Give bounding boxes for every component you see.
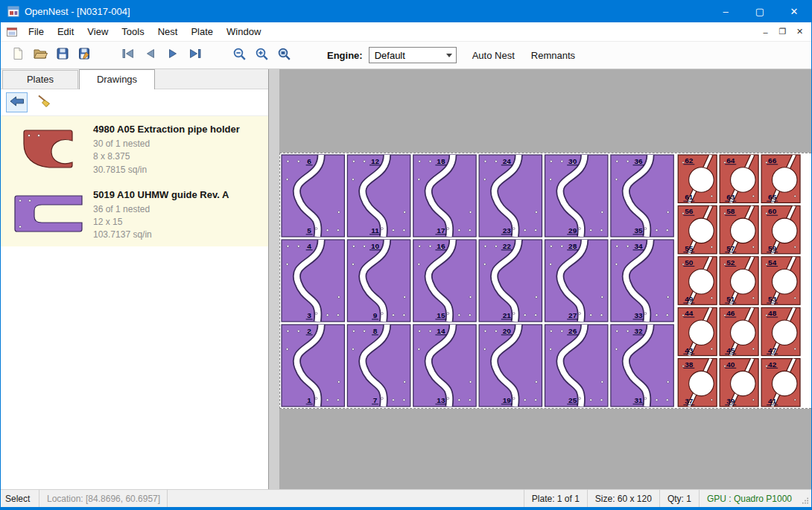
window-controls: – ▢ ✕ <box>708 0 811 22</box>
nest-cell-purple[interactable]: 109 <box>347 240 410 322</box>
list-item[interactable]: 5019 A10 UHMW guide Rev. A 36 of 1 neste… <box>1 182 268 247</box>
first-plate-button[interactable] <box>117 44 139 66</box>
canvas-margin <box>269 69 279 489</box>
zoom-fit-button[interactable] <box>273 44 296 66</box>
nest-cell-purple[interactable]: 1413 <box>413 325 476 407</box>
nest-cell-red[interactable]: 3837 <box>678 359 717 407</box>
menu-file[interactable]: File <box>22 23 51 40</box>
svg-text:23: 23 <box>503 226 512 235</box>
drawing-area: 103.7137 sq/in <box>93 229 229 241</box>
nest-cell-purple[interactable]: 2625 <box>545 325 608 407</box>
svg-text:31: 31 <box>634 396 643 404</box>
nest-cell-red[interactable]: 6261 <box>678 155 717 203</box>
next-plate-button[interactable] <box>162 44 184 66</box>
nest-plate-svg[interactable]: 6512111817242330293635431091615222128273… <box>280 153 811 408</box>
save-button[interactable] <box>51 44 74 66</box>
nest-cell-red[interactable]: 4443 <box>678 307 717 355</box>
status-gpu: GPU : Quadro P1000 <box>699 490 799 507</box>
nest-cell-purple[interactable]: 3029 <box>545 155 608 237</box>
menu-edit[interactable]: Edit <box>51 23 80 40</box>
svg-text:13: 13 <box>437 396 445 404</box>
nest-cell-red[interactable]: 6463 <box>720 155 758 203</box>
tab-drawings[interactable]: Drawings <box>79 69 155 89</box>
close-button[interactable]: ✕ <box>777 0 811 22</box>
nest-cell-purple[interactable]: 65 <box>282 155 344 237</box>
nest-cell-red[interactable]: 4645 <box>720 307 758 355</box>
svg-text:51: 51 <box>726 295 735 303</box>
svg-text:59: 59 <box>768 244 777 252</box>
zoom-out-button[interactable] <box>229 44 251 66</box>
nest-cell-purple[interactable]: 2827 <box>545 240 608 322</box>
send-to-nest-button[interactable] <box>6 92 28 112</box>
nest-cell-purple[interactable]: 1615 <box>413 240 476 322</box>
nest-cell-red[interactable]: 6059 <box>761 205 800 253</box>
nest-cell-red[interactable]: 5049 <box>678 257 717 305</box>
svg-text:65: 65 <box>768 193 777 201</box>
zoom-out-icon <box>232 47 247 64</box>
remnants-button[interactable]: Remnants <box>523 50 583 61</box>
nest-cell-purple[interactable]: 3433 <box>611 240 673 322</box>
menu-window[interactable]: Window <box>220 23 267 40</box>
svg-text:60: 60 <box>768 207 777 215</box>
chevron-down-icon[interactable] <box>443 48 456 63</box>
nest-cell-red[interactable]: 6665 <box>761 155 800 203</box>
drawing-thumbnail <box>2 187 93 242</box>
svg-text:64: 64 <box>726 156 735 165</box>
nest-cell-red[interactable]: 5453 <box>761 257 800 305</box>
nest-cell-purple[interactable]: 1817 <box>413 155 476 237</box>
side-panel: Plates Drawings <box>1 69 269 489</box>
last-plate-button[interactable] <box>184 44 206 66</box>
nest-cell-red[interactable]: 4847 <box>761 307 800 355</box>
previous-plate-button[interactable] <box>139 44 162 66</box>
document-icon <box>7 28 17 36</box>
list-item[interactable]: 4980 A05 Extraction pipe holder 30 of 1 … <box>1 116 268 182</box>
engine-dropdown[interactable]: Default <box>369 47 457 63</box>
nest-plate[interactable]: 6512111817242330293635431091615222128273… <box>279 153 811 409</box>
svg-text:32: 32 <box>634 327 643 335</box>
svg-text:52: 52 <box>726 258 735 267</box>
mdi-window-controls: – ❐ ✕ <box>757 27 811 36</box>
menu-plate[interactable]: Plate <box>184 23 220 40</box>
svg-text:14: 14 <box>437 327 445 335</box>
menu-tools[interactable]: Tools <box>115 23 150 40</box>
nest-cell-purple[interactable]: 43 <box>282 240 344 322</box>
resize-grip[interactable] <box>799 490 811 507</box>
open-button[interactable] <box>29 44 51 66</box>
svg-text:11: 11 <box>371 226 379 235</box>
minimize-button[interactable]: – <box>708 0 743 22</box>
zoom-in-button[interactable] <box>251 44 273 66</box>
nest-cell-purple[interactable]: 2423 <box>479 155 542 237</box>
purple-part-icon <box>9 192 86 235</box>
nest-cell-purple[interactable]: 87 <box>347 325 410 407</box>
nest-cell-red[interactable]: 5655 <box>678 205 717 253</box>
save-as-button[interactable] <box>74 44 96 66</box>
nest-cell-purple[interactable]: 1211 <box>347 155 410 237</box>
app-window: OpenNest - [N0317-004] – ▢ ✕ File Edit V… <box>0 0 812 510</box>
mdi-restore-button[interactable]: ❐ <box>774 27 791 36</box>
tab-plates[interactable]: Plates <box>2 70 78 89</box>
nest-cell-purple[interactable]: 3635 <box>611 155 673 237</box>
svg-text:17: 17 <box>437 226 445 235</box>
mdi-close-button[interactable]: ✕ <box>791 27 808 36</box>
nest-canvas[interactable]: 6512111817242330293635431091615222128273… <box>269 69 811 489</box>
nest-cell-purple[interactable]: 2019 <box>479 325 542 407</box>
svg-text:21: 21 <box>503 311 512 319</box>
nest-cell-red[interactable]: 4241 <box>761 359 800 407</box>
zoom-fit-icon <box>277 47 292 64</box>
menu-view[interactable]: View <box>80 23 115 40</box>
maximize-button[interactable]: ▢ <box>743 0 777 22</box>
engine-value: Default <box>375 50 405 61</box>
broom-icon <box>37 95 51 111</box>
nest-cell-purple[interactable]: 3231 <box>611 325 673 407</box>
nest-cell-red[interactable]: 4039 <box>720 359 758 407</box>
clear-button[interactable] <box>33 92 54 112</box>
mdi-minimize-button[interactable]: – <box>757 28 774 36</box>
nest-cell-purple[interactable]: 2221 <box>479 240 542 322</box>
auto-nest-button[interactable]: Auto Nest <box>464 50 523 61</box>
nest-cell-red[interactable]: 5857 <box>720 205 758 253</box>
new-button[interactable] <box>7 44 29 66</box>
status-spacer <box>168 490 524 507</box>
nest-cell-red[interactable]: 5251 <box>720 257 758 305</box>
nest-cell-purple[interactable]: 21 <box>282 325 344 407</box>
menu-nest[interactable]: Nest <box>151 23 185 40</box>
